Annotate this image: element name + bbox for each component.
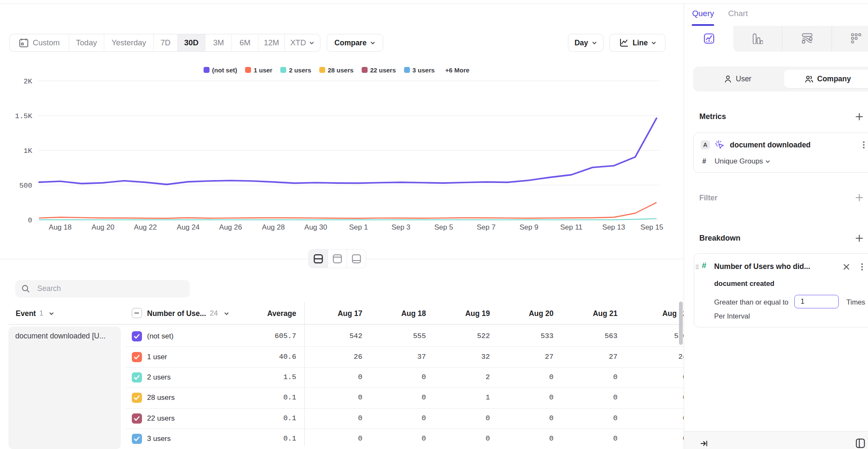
svg-text:Sep 11: Sep 11 [560, 223, 583, 231]
svg-text:Sep 7: Sep 7 [477, 223, 495, 231]
svg-text:500: 500 [19, 182, 32, 190]
svg-text:Aug 18: Aug 18 [49, 223, 72, 231]
svg-text:Sep 5: Sep 5 [434, 223, 453, 231]
svg-text:Sep 15: Sep 15 [640, 223, 663, 231]
svg-text:Aug 28: Aug 28 [262, 223, 285, 231]
svg-text:0: 0 [28, 216, 32, 224]
svg-text:Sep 1: Sep 1 [349, 223, 368, 231]
svg-text:Aug 24: Aug 24 [177, 223, 200, 231]
svg-text:1K: 1K [24, 147, 33, 155]
svg-text:Aug 26: Aug 26 [219, 223, 242, 231]
svg-text:1.5K: 1.5K [15, 112, 33, 120]
svg-text:Sep 3: Sep 3 [392, 223, 410, 231]
svg-text:Aug 30: Aug 30 [304, 223, 327, 231]
svg-text:Sep 9: Sep 9 [520, 223, 538, 231]
svg-text:Aug 22: Aug 22 [134, 223, 157, 231]
svg-text:2K: 2K [24, 78, 33, 86]
svg-text:Aug 20: Aug 20 [92, 223, 114, 231]
svg-text:Sep 13: Sep 13 [602, 223, 625, 231]
